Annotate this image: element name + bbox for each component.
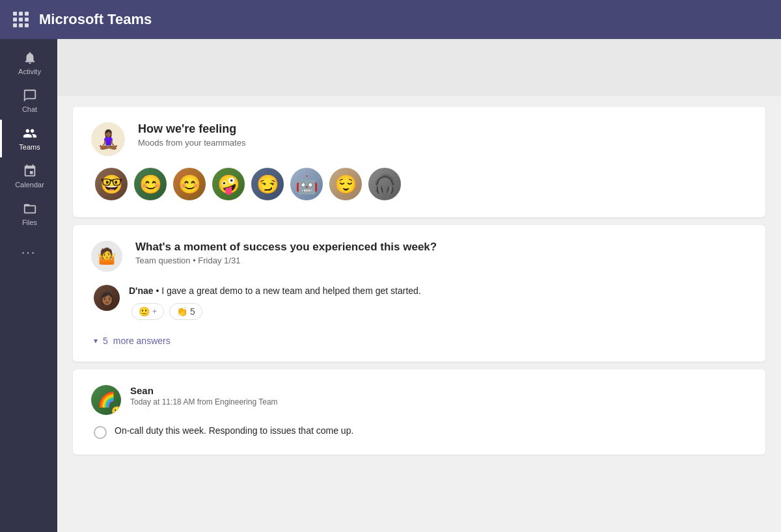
sidebar-label-files: Files xyxy=(22,219,37,226)
post-item-1: On-call duty this week. Responding to is… xyxy=(94,425,747,439)
add-reaction-button[interactable]: 🙂 + xyxy=(131,303,164,320)
sidebar-item-chat[interactable]: Chat xyxy=(0,82,57,120)
add-reaction-icon: 🙂 xyxy=(139,306,150,317)
sidebar-label-activity: Activity xyxy=(18,68,41,75)
sidebar-label-teams: Teams xyxy=(19,143,40,151)
face-icon-4: 🤪 xyxy=(217,174,240,195)
more-answers-button[interactable]: ▾ 5 more answers xyxy=(94,328,747,346)
feed: 🧘🏾‍♀️ How we're feeling Moods from your … xyxy=(57,96,781,532)
post-bullet-icon xyxy=(94,426,107,439)
moods-subtitle: Moods from your teammates xyxy=(138,138,245,148)
sidebar-item-activity[interactable]: Activity xyxy=(0,44,57,82)
post-author-name: Sean xyxy=(130,385,278,396)
question-text: What's a moment of success you experienc… xyxy=(135,241,437,265)
sidebar-label-chat: Chat xyxy=(22,105,37,113)
mood-avatar-5[interactable]: 😏 xyxy=(250,166,285,202)
more-dots-icon: ... xyxy=(21,242,36,257)
face-icon-2: 😊 xyxy=(139,174,162,195)
face-icon-1: 🤓 xyxy=(100,174,123,195)
sidebar-item-teams[interactable]: Teams xyxy=(0,120,57,157)
mood-avatar-6[interactable]: 🤖 xyxy=(289,166,324,202)
apps-grid-icon[interactable] xyxy=(13,12,29,27)
face-icon-7: 😌 xyxy=(335,174,357,195)
reaction-row: 🙂 + 👏 5 xyxy=(129,303,421,320)
post-header: 🌈 😀 Sean Today at 11:18 AM from Engineer… xyxy=(91,385,747,415)
moods-text: How we're feeling Moods from your teamma… xyxy=(138,122,245,148)
chat-icon xyxy=(23,88,37,103)
post-body: On-call duty this week. Responding to is… xyxy=(91,425,747,439)
post-author-meta: Today at 11:18 AM from Engineering Team xyxy=(130,397,278,406)
question-card: 🤷 What's a moment of success you experie… xyxy=(73,225,765,362)
moods-avatars: 🤓 😊 😊 🤪 😏 🤖 xyxy=(91,166,747,202)
main-layout: Activity Chat Teams Calendar Files xyxy=(0,39,781,532)
question-meta: Team question • Friday 1/31 xyxy=(135,256,437,265)
calendar-icon xyxy=(23,164,37,178)
answer-row: 👩🏾 D'nae • I gave a great demo to a new … xyxy=(91,285,747,320)
files-icon xyxy=(23,202,37,216)
app-header: Microsoft Teams xyxy=(0,0,781,39)
clap-icon: 👏 xyxy=(176,306,187,317)
face-icon-6: 🤖 xyxy=(295,174,318,195)
moods-title: How we're feeling xyxy=(138,122,245,136)
mood-avatar-2[interactable]: 😊 xyxy=(133,166,168,202)
chevron-down-icon: ▾ xyxy=(94,336,98,345)
add-reaction-plus: + xyxy=(152,307,157,316)
more-answers-count: 5 xyxy=(103,336,108,346)
post-avatar-badge: 😀 xyxy=(111,406,121,415)
post-author-info: Sean Today at 11:18 AM from Engineering … xyxy=(130,385,278,406)
moods-icon: 🧘🏾‍♀️ xyxy=(91,122,125,156)
sidebar-more-button[interactable]: ... xyxy=(15,235,43,263)
answer-text: D'nae • I gave a great demo to a new tea… xyxy=(129,286,421,296)
mood-avatar-3[interactable]: 😊 xyxy=(172,166,207,202)
answer-avatar: 👩🏾 xyxy=(94,285,120,311)
face-icon-3: 😊 xyxy=(178,174,201,195)
mood-avatar-1[interactable]: 🤓 xyxy=(94,166,129,202)
question-header: 🤷 What's a moment of success you experie… xyxy=(91,241,747,272)
sidebar-label-calendar: Calendar xyxy=(15,181,44,189)
question-icon: 🤷 xyxy=(91,241,122,272)
clap-reaction-button[interactable]: 👏 5 xyxy=(169,303,202,320)
more-answers-label: more answers xyxy=(113,336,171,346)
sidebar: Activity Chat Teams Calendar Files xyxy=(0,39,57,532)
mood-avatar-7[interactable]: 😌 xyxy=(328,166,363,202)
face-icon-5: 😏 xyxy=(256,174,279,195)
moods-header: 🧘🏾‍♀️ How we're feeling Moods from your … xyxy=(91,122,747,156)
post-avatar: 🌈 😀 xyxy=(91,385,121,415)
clap-count: 5 xyxy=(190,306,195,317)
answer-separator: • xyxy=(156,286,161,296)
face-icon-8: 🎧 xyxy=(374,174,396,195)
answer-body: I gave a great demo to a new team and he… xyxy=(161,286,420,296)
sidebar-item-calendar[interactable]: Calendar xyxy=(0,157,57,195)
bell-icon xyxy=(23,51,37,65)
mood-avatar-8[interactable]: 🎧 xyxy=(367,166,402,202)
answer-content: D'nae • I gave a great demo to a new tea… xyxy=(129,285,421,320)
teams-icon xyxy=(23,126,37,140)
moods-card: 🧘🏾‍♀️ How we're feeling Moods from your … xyxy=(73,107,765,217)
content-area: 🧘🏾‍♀️ How we're feeling Moods from your … xyxy=(57,39,781,532)
mood-avatar-4[interactable]: 🤪 xyxy=(211,166,246,202)
sidebar-item-files[interactable]: Files xyxy=(0,195,57,233)
post-item-text: On-call duty this week. Responding to is… xyxy=(115,425,353,436)
app-title: Microsoft Teams xyxy=(39,11,152,28)
tab-bar xyxy=(57,39,781,96)
question-title: What's a moment of success you experienc… xyxy=(135,241,437,254)
answer-name: D'nae xyxy=(129,286,154,296)
post-card: 🌈 😀 Sean Today at 11:18 AM from Engineer… xyxy=(73,369,765,455)
